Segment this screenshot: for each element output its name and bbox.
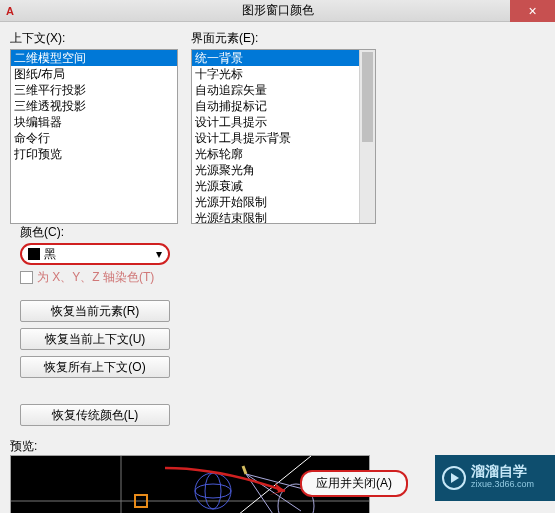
context-item[interactable]: 三维平行投影 xyxy=(11,82,177,98)
restore-legacy-button[interactable]: 恢复传统颜色(L) xyxy=(20,404,170,426)
element-item[interactable]: 光源结束限制 xyxy=(192,210,375,224)
close-button[interactable]: × xyxy=(510,0,555,22)
element-item[interactable]: 光源聚光角 xyxy=(192,162,375,178)
elements-label: 界面元素(E): xyxy=(191,30,386,47)
brand-badge: 溜溜自学 zixue.3d66.com xyxy=(435,455,555,501)
scrollbar-thumb[interactable] xyxy=(362,52,373,142)
annotation-arrow xyxy=(160,463,300,503)
restore-context-button[interactable]: 恢复当前上下文(U) xyxy=(20,328,170,350)
window-title: 图形窗口颜色 xyxy=(0,2,555,19)
context-item[interactable]: 块编辑器 xyxy=(11,114,177,130)
context-item[interactable]: 二维模型空间 xyxy=(11,50,177,66)
element-item[interactable]: 统一背景 xyxy=(192,50,375,66)
color-label: 颜色(C): xyxy=(20,224,170,241)
elements-scrollbar[interactable] xyxy=(359,50,375,223)
context-item[interactable]: 打印预览 xyxy=(11,146,177,162)
element-item[interactable]: 十字光标 xyxy=(192,66,375,82)
color-dropdown[interactable]: 黑 ▾ xyxy=(20,243,170,265)
element-item[interactable]: 自动捕捉标记 xyxy=(192,98,375,114)
brand-name: 溜溜自学 xyxy=(471,465,534,478)
preview-label: 预览: xyxy=(10,438,545,455)
element-item[interactable]: 自动追踪矢量 xyxy=(192,82,375,98)
element-item[interactable]: 光标轮廓 xyxy=(192,146,375,162)
axis-tint-checkbox[interactable]: 为 X、Y、Z 轴染色(T) xyxy=(20,269,170,286)
elements-listbox[interactable]: 统一背景十字光标自动追踪矢量自动捕捉标记设计工具提示设计工具提示背景光标轮廓光源… xyxy=(191,49,376,224)
restore-element-button[interactable]: 恢复当前元素(R) xyxy=(20,300,170,322)
brand-url: zixue.3d66.com xyxy=(471,478,534,491)
chevron-down-icon: ▾ xyxy=(156,247,162,261)
context-item[interactable]: 图纸/布局 xyxy=(11,66,177,82)
element-item[interactable]: 光源开始限制 xyxy=(192,194,375,210)
element-item[interactable]: 光源衰减 xyxy=(192,178,375,194)
context-item[interactable]: 命令行 xyxy=(11,130,177,146)
color-value: 黑 xyxy=(44,246,56,263)
element-item[interactable]: 设计工具提示背景 xyxy=(192,130,375,146)
context-listbox[interactable]: 二维模型空间图纸/布局三维平行投影三维透视投影块编辑器命令行打印预览 xyxy=(10,49,178,224)
context-label: 上下文(X): xyxy=(10,30,185,47)
restore-all-button[interactable]: 恢复所有上下文(O) xyxy=(20,356,170,378)
context-item[interactable]: 三维透视投影 xyxy=(11,98,177,114)
brand-play-icon xyxy=(441,465,467,491)
checkbox-icon xyxy=(20,271,33,284)
apply-close-button[interactable]: 应用并关闭(A) xyxy=(300,470,408,497)
color-swatch xyxy=(28,248,40,260)
element-item[interactable]: 设计工具提示 xyxy=(192,114,375,130)
